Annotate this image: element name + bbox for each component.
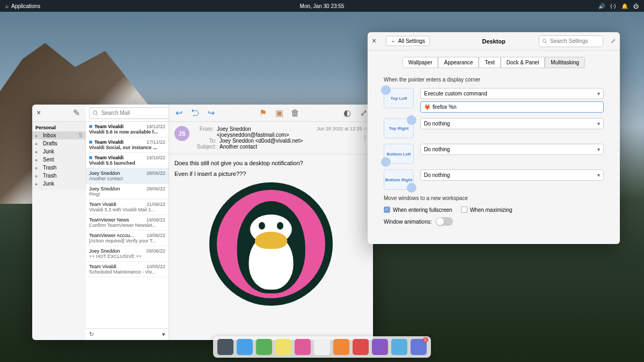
fullscreen-checkbox[interactable]: When entering fullscreen bbox=[384, 206, 452, 213]
settings-search-input[interactable] bbox=[539, 35, 603, 47]
folder-sent[interactable]: ▸Sent bbox=[32, 156, 85, 164]
compose-icon[interactable]: ✎ bbox=[71, 108, 82, 119]
filter-icon[interactable]: ▾ bbox=[162, 331, 165, 338]
bottom-left-action-dropdown[interactable]: Do nothing bbox=[420, 144, 604, 155]
dock-app-browser[interactable] bbox=[256, 339, 272, 355]
subject-label: Subject: bbox=[195, 144, 216, 150]
message-item[interactable]: Team Vivaldi10/05/22Scheduled Maintenanc… bbox=[86, 262, 169, 277]
message-item[interactable]: TeamViewer News19/06/22Confirm TeamViewe… bbox=[86, 215, 169, 231]
message-item[interactable]: Joey Sneddon28/06/22Another contact bbox=[86, 168, 169, 184]
checkbox-icon bbox=[461, 206, 467, 213]
dock-app-mail[interactable] bbox=[275, 339, 291, 355]
dock-app-calendar[interactable] bbox=[314, 339, 330, 355]
corner-bottom-left: Bottom Left bbox=[384, 144, 414, 164]
message-view: ↩ ⮌ ↪ ⚑ ▣ 🗑 ◐ ⤢ JS From:Joey Sneddon <jo… bbox=[169, 105, 373, 340]
message-item[interactable]: Team Vivaldi21/06/22Vivaldi 5.3 with Viv… bbox=[86, 200, 169, 215]
tab-wallpaper[interactable]: Wallpaper bbox=[402, 57, 438, 68]
message-item[interactable]: Joey Sneddon28/06/22Ping! bbox=[86, 184, 169, 200]
folder-inbox[interactable]: ▸Inbox5 bbox=[32, 131, 85, 139]
back-label: All Settings bbox=[398, 38, 425, 44]
fullscreen-icon[interactable]: ⤢ bbox=[358, 108, 369, 119]
tab-multitasking[interactable]: Multitasking bbox=[545, 57, 585, 68]
firefox-icon: 🦊 bbox=[424, 104, 430, 110]
notifications-icon[interactable]: 🔔 bbox=[621, 3, 628, 9]
search-icon: ⌕ bbox=[5, 3, 9, 9]
message-item[interactable]: Team Vivaldi19/10/22Vivaldi 5.5 launched bbox=[86, 153, 169, 168]
corner-top-right: Top Right bbox=[384, 118, 414, 138]
message-list: Team Vivaldi19/12/22Vivaldi 5.6 is now a… bbox=[86, 105, 169, 340]
dock-app-multitasking[interactable] bbox=[217, 339, 233, 355]
top-left-command-input[interactable]: 🦊firefox %n bbox=[420, 101, 604, 113]
dock: 2 bbox=[213, 336, 431, 358]
forward-icon[interactable]: ↪ bbox=[206, 108, 216, 119]
volume-icon[interactable]: 🔊 bbox=[598, 3, 605, 9]
tab-dock-panel[interactable]: Dock & Panel bbox=[501, 57, 545, 68]
reply-all-icon[interactable]: ⮌ bbox=[189, 108, 200, 119]
window-title: Desktop bbox=[482, 38, 505, 45]
avatar: JS bbox=[174, 126, 189, 141]
checkbox-icon bbox=[384, 206, 390, 213]
body-line: Even if I insert a picture??? bbox=[174, 171, 368, 177]
maximize-icon[interactable]: ⤢ bbox=[611, 38, 616, 45]
clock[interactable]: Mon, Jan 30 23:55 bbox=[300, 3, 345, 9]
account-icon[interactable]: ◐ bbox=[342, 108, 353, 119]
animations-label: Window animations: bbox=[384, 219, 431, 225]
tux-image bbox=[209, 182, 333, 306]
tab-text[interactable]: Text bbox=[479, 57, 500, 68]
settings-tabs: WallpaperAppearanceTextDock & PanelMulti… bbox=[368, 57, 620, 68]
subject-value: Another contact bbox=[219, 144, 257, 150]
move-windows-heading: Move windows to a new workspace bbox=[384, 195, 604, 201]
mail-folders: Personal ▸Inbox5▸Drafts▸Junk▸Sent▸Trash▸… bbox=[32, 122, 86, 190]
folder-junk[interactable]: ▸Junk bbox=[32, 180, 85, 188]
from-label: From: bbox=[195, 126, 214, 138]
dock-app-videos[interactable] bbox=[353, 339, 369, 355]
message-body: Does this still not give you a desktop n… bbox=[169, 154, 373, 340]
close-icon[interactable]: × bbox=[36, 108, 46, 118]
message-item[interactable]: TeamViewer Accou...19/06/22[Action requi… bbox=[86, 231, 169, 246]
folder-trash[interactable]: ▸Trash bbox=[32, 164, 85, 172]
message-item[interactable]: Team Vivaldi19/12/22Vivaldi 5.6 is now a… bbox=[86, 122, 169, 137]
bottom-right-action-dropdown[interactable]: Do nothing bbox=[420, 169, 604, 181]
reply-icon[interactable]: ↩ bbox=[173, 108, 184, 119]
arrow-left-icon: ← bbox=[391, 38, 396, 44]
refresh-icon[interactable]: ↻ bbox=[89, 331, 94, 338]
search-input[interactable] bbox=[89, 107, 169, 119]
message-date: Jun 28 2022 at 12:25 bbox=[317, 126, 362, 131]
message-item[interactable]: Joey Sneddon09/06/22++ HOT EXCLUSIVE ++ bbox=[86, 246, 169, 262]
folder-junk[interactable]: ▸Junk bbox=[32, 147, 85, 156]
top-panel: ⌕ Applications Mon, Jan 30 23:55 🔊 ⟨·⟩ 🔔… bbox=[0, 0, 644, 12]
top-right-action-dropdown[interactable]: Do nothing bbox=[420, 118, 604, 129]
animations-switch[interactable] bbox=[436, 217, 453, 226]
message-item[interactable]: Team Vivaldi17/11/22Vivaldi Social, our … bbox=[86, 137, 169, 153]
to-value: Joey Sneddon <d0od@vivaldi.net> bbox=[219, 138, 303, 144]
flag-icon[interactable]: ⚑ bbox=[258, 108, 268, 119]
dock-app-appcenter[interactable]: 2 bbox=[411, 339, 427, 355]
checkbox-label: When entering fullscreen bbox=[393, 207, 452, 213]
delete-icon[interactable]: 🗑 bbox=[290, 108, 301, 119]
network-icon[interactable]: ⟨·⟩ bbox=[610, 3, 616, 9]
tab-appearance[interactable]: Appearance bbox=[438, 57, 479, 68]
back-button[interactable]: ←All Settings bbox=[386, 36, 430, 46]
top-left-action-dropdown[interactable]: Execute custom command bbox=[420, 88, 604, 99]
settings-window: × ←All Settings Desktop ⤢ WallpaperAppea… bbox=[368, 32, 620, 244]
dock-app-music[interactable] bbox=[333, 339, 349, 355]
power-icon[interactable]: ⏻ bbox=[633, 3, 639, 9]
checkbox-label: When maximizing bbox=[470, 207, 513, 213]
archive-icon[interactable]: ▣ bbox=[274, 108, 284, 119]
applications-menu[interactable]: ⌕ Applications bbox=[5, 3, 40, 9]
dock-app-settings[interactable] bbox=[391, 339, 407, 355]
dock-app-files[interactable] bbox=[237, 339, 253, 355]
folder-trash[interactable]: ▸Trash bbox=[32, 172, 85, 180]
corner-bottom-right: Bottom Right bbox=[384, 169, 414, 190]
command-text: firefox %n bbox=[433, 104, 456, 110]
maximize-checkbox[interactable]: When maximizing bbox=[461, 206, 513, 213]
account-header: Personal bbox=[32, 124, 85, 131]
mail-window: × ✎ Personal ▸Inbox5▸Drafts▸Junk▸Sent▸Tr… bbox=[32, 105, 373, 340]
folder-drafts[interactable]: ▸Drafts bbox=[32, 139, 85, 147]
star-icon[interactable]: ☆ bbox=[363, 126, 368, 131]
close-icon[interactable]: × bbox=[372, 36, 382, 46]
dock-app-tasks[interactable] bbox=[295, 339, 311, 355]
corner-top-left: Top Left bbox=[384, 88, 414, 108]
more-icon[interactable]: ⋮ bbox=[317, 135, 368, 141]
dock-app-photos[interactable] bbox=[372, 339, 388, 355]
